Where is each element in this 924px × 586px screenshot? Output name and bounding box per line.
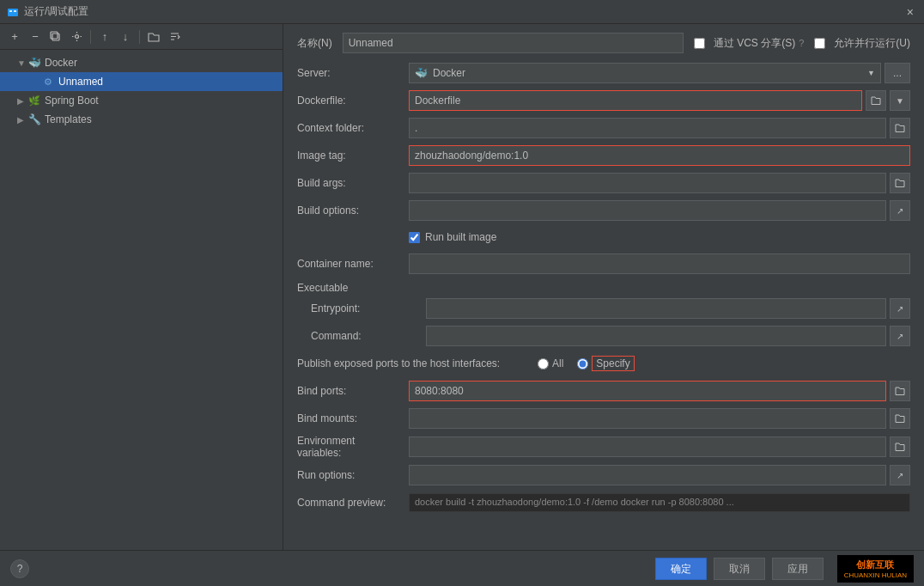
folder-open-icon xyxy=(871,95,881,106)
env-variables-row: Environment variables: xyxy=(297,435,910,459)
server-dropdown[interactable]: 🐳 Docker ▼ xyxy=(409,63,881,83)
build-args-browse-button[interactable] xyxy=(890,173,910,193)
radio-all-label: All xyxy=(552,357,563,369)
settings-icon xyxy=(71,31,82,42)
dockerfile-expand-button[interactable]: ▼ xyxy=(890,90,910,111)
vcs-share-checkbox[interactable] xyxy=(694,38,705,49)
ok-button[interactable]: 确定 xyxy=(655,558,707,580)
container-name-input[interactable] xyxy=(409,253,910,274)
command-preview-row: Command preview: docker build -t zhouzha… xyxy=(297,491,910,514)
run-options-row: Run options: ↗ xyxy=(297,464,910,486)
tree-item-templates[interactable]: ▶ 🔧 Templates xyxy=(0,110,283,129)
bottom-bar: ? 确定 取消 应用 创新互联 CHUANXIN HULIAN xyxy=(0,550,924,586)
vcs-share: 通过 VCS 分享(S) ? xyxy=(694,36,804,51)
arrow-up-button[interactable]: ↑ xyxy=(95,27,114,46)
build-options-label: Build options: xyxy=(297,204,409,217)
run-options-expand-button[interactable]: ↗ xyxy=(890,465,910,485)
config-tree: ▼ 🐳 Docker ⚙ Unnamed ▶ 🌿 Spring Boot ▶ 🔧… xyxy=(0,50,283,132)
radio-specify-input[interactable] xyxy=(577,358,588,369)
run-built-image-row: Run built image xyxy=(297,227,910,247)
tree-item-springboot[interactable]: ▶ 🌿 Spring Boot xyxy=(0,91,283,110)
command-row: Command: ↗ xyxy=(297,325,910,347)
allow-parallel-checkbox[interactable] xyxy=(814,38,825,49)
entrypoint-input[interactable] xyxy=(426,298,886,319)
radio-all[interactable]: All xyxy=(538,357,563,369)
image-tag-input[interactable] xyxy=(409,145,910,166)
settings-button[interactable] xyxy=(67,27,86,46)
env-variables-field xyxy=(409,436,910,457)
entrypoint-row: Entrypoint: ↗ xyxy=(297,297,910,320)
context-folder-field xyxy=(409,118,910,138)
spring-icon: 🌿 xyxy=(27,94,41,107)
help-button[interactable]: ? xyxy=(10,559,29,578)
left-panel: + − ↑ ↓ xyxy=(0,24,283,550)
command-preview-field: docker build -t zhouzhaodong/demo:1.0 -f… xyxy=(409,493,910,512)
docker-icon: 🐳 xyxy=(27,56,41,70)
entrypoint-label: Entrypoint: xyxy=(297,302,426,314)
sort-button[interactable] xyxy=(165,27,184,46)
folder-button[interactable] xyxy=(144,27,163,46)
run-options-input[interactable] xyxy=(409,465,886,485)
container-name-label: Container name: xyxy=(297,258,409,270)
remove-button[interactable]: − xyxy=(26,27,45,46)
add-button[interactable]: + xyxy=(5,27,24,46)
watermark: 创新互联 CHUANXIN HULIAN xyxy=(837,555,914,583)
publish-radio-group: All Specify xyxy=(538,356,635,371)
svg-rect-4 xyxy=(51,32,58,39)
context-folder-browse-button[interactable] xyxy=(890,118,910,138)
server-label: Server: xyxy=(297,67,409,79)
vcs-help-button[interactable]: ? xyxy=(799,38,804,48)
command-field: ↗ xyxy=(426,326,910,346)
bind-ports-input[interactable] xyxy=(409,381,886,401)
name-input[interactable] xyxy=(343,33,684,53)
radio-specify[interactable]: Specify xyxy=(577,356,634,371)
watermark-text: 创新互联 xyxy=(856,559,894,571)
dockerfile-row: Dockerfile: ▼ xyxy=(297,89,910,112)
executable-section-header: Executable xyxy=(297,282,910,294)
dockerfile-browse-button[interactable] xyxy=(866,90,886,111)
allow-parallel-label: 允许并行运行(U) xyxy=(834,36,910,51)
image-tag-field xyxy=(409,145,910,166)
radio-specify-label: Specify xyxy=(592,356,634,371)
image-tag-row: Image tag: xyxy=(297,144,910,167)
build-options-expand-button[interactable]: ↗ xyxy=(890,200,910,221)
bind-mounts-input[interactable] xyxy=(409,408,886,429)
dockerfile-input[interactable] xyxy=(409,90,862,111)
tree-arrow-docker: ▼ xyxy=(17,58,27,68)
right-panel: 名称(N) 通过 VCS 分享(S) ? 允许并行运行(U) Server: 🐳… xyxy=(283,24,924,550)
command-preview-label: Command preview: xyxy=(297,497,409,509)
command-input[interactable] xyxy=(426,326,886,346)
dockerfile-label: Dockerfile: xyxy=(297,95,409,107)
build-options-input[interactable] xyxy=(409,200,886,221)
server-field: 🐳 Docker ▼ ... xyxy=(409,63,910,83)
bind-mounts-field xyxy=(409,408,910,429)
tree-item-unnamed[interactable]: ⚙ Unnamed xyxy=(0,72,283,91)
entrypoint-expand-button[interactable]: ↗ xyxy=(890,298,910,319)
close-button[interactable]: × xyxy=(903,3,917,21)
run-built-image-checkbox[interactable] xyxy=(409,232,420,243)
publish-ports-label: Publish exposed ports to the host interf… xyxy=(297,357,538,369)
run-built-image-label[interactable]: Run built image xyxy=(425,231,496,243)
server-row: Server: 🐳 Docker ▼ ... xyxy=(297,62,910,84)
apply-button[interactable]: 应用 xyxy=(772,558,824,580)
copy-button[interactable] xyxy=(46,27,65,46)
command-label: Command: xyxy=(297,330,426,342)
bind-ports-browse-button[interactable] xyxy=(890,381,910,401)
arrow-down-button[interactable]: ↓ xyxy=(116,27,135,46)
context-folder-input[interactable] xyxy=(409,118,886,138)
radio-all-input[interactable] xyxy=(538,358,549,369)
tree-docker-label: Docker xyxy=(45,57,77,69)
copy-icon xyxy=(50,31,62,43)
bind-mounts-browse-button[interactable] xyxy=(890,408,910,429)
cancel-button[interactable]: 取消 xyxy=(714,558,765,580)
container-name-field xyxy=(409,253,910,274)
env-variables-input[interactable] xyxy=(409,436,886,457)
separator xyxy=(90,30,91,44)
env-variables-browse-button[interactable] xyxy=(890,436,910,457)
template-icon: 🔧 xyxy=(27,113,41,126)
build-args-input[interactable] xyxy=(409,173,886,193)
server-more-button[interactable]: ... xyxy=(884,63,910,83)
tree-item-docker[interactable]: ▼ 🐳 Docker xyxy=(0,53,283,72)
tree-springboot-label: Spring Boot xyxy=(45,95,99,107)
command-expand-button[interactable]: ↗ xyxy=(890,326,910,346)
